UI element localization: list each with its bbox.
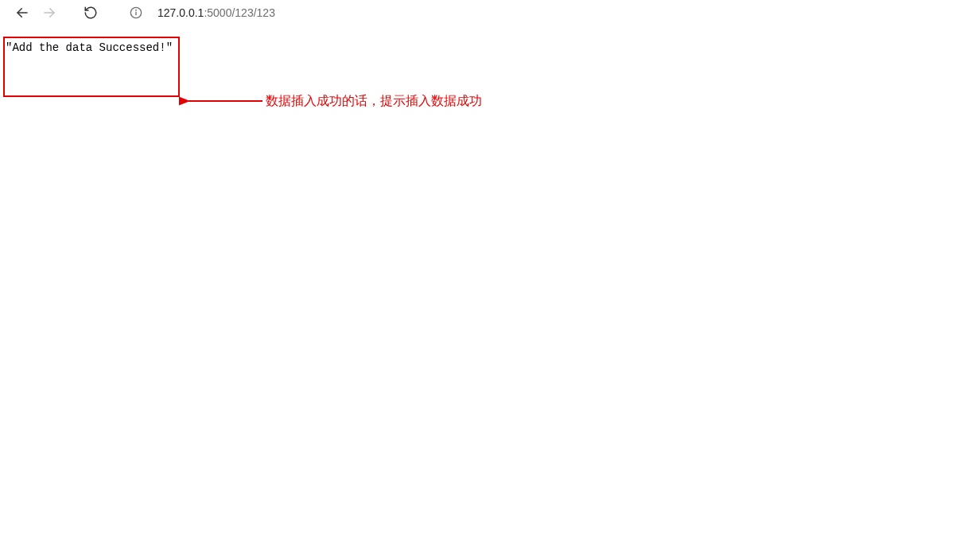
annotation-text: 数据插入成功的话，提示插入数据成功	[266, 93, 482, 110]
svg-point-4	[136, 10, 137, 10]
page-content: "Add the data Successed!" 数据插入成功的话，提示插入数…	[0, 25, 956, 35]
url-path: :5000/123/123	[204, 6, 275, 19]
address-bar[interactable]: 127.0.0.1:5000/123/123	[129, 6, 275, 20]
annotation-arrow-icon	[179, 89, 266, 113]
back-button[interactable]	[14, 5, 30, 21]
url-host: 127.0.0.1	[157, 6, 204, 19]
success-message: "Add the data Successed!"	[6, 41, 173, 54]
browser-toolbar: 127.0.0.1:5000/123/123	[0, 0, 956, 25]
nav-buttons	[3, 5, 99, 21]
info-icon[interactable]	[129, 6, 143, 20]
forward-button	[41, 5, 57, 21]
url-text[interactable]: 127.0.0.1:5000/123/123	[157, 6, 275, 19]
reload-button[interactable]	[83, 5, 99, 21]
